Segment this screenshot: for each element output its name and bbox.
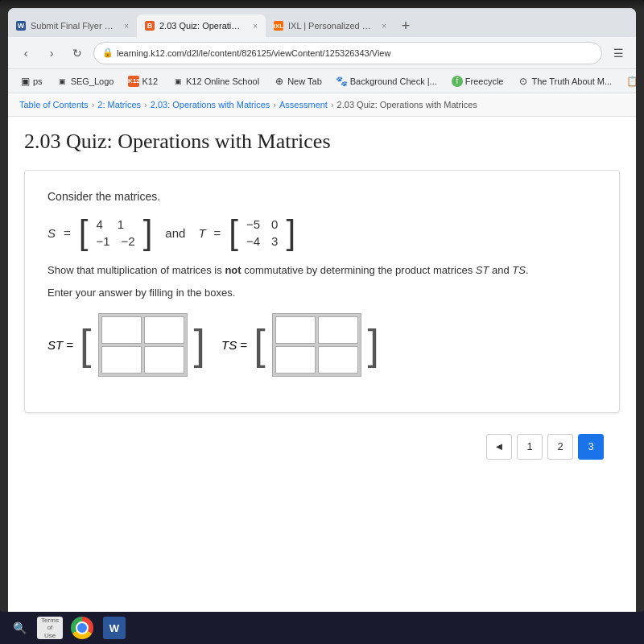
lock-icon: 🔒 [102, 47, 114, 58]
tab-quiz-close[interactable]: × [253, 22, 258, 31]
breadcrumb-sep1: › [92, 100, 95, 109]
bookmark-freecycle-icon: f [452, 76, 463, 87]
tab-ixl[interactable]: IXL IXL | Personalized skill recommen...… [266, 14, 394, 37]
matrix-t-row1: −5 0 [246, 217, 278, 231]
breadcrumb-current: 2.03 Quiz: Operations with Matrices [337, 100, 477, 109]
ts-input-r2c2[interactable] [318, 346, 358, 374]
ts-label: TS = [221, 338, 247, 352]
ts-right-bracket: ] [368, 324, 379, 365]
bookmark-k12-short-icon: K12 [128, 76, 139, 87]
breadcrumb-assessment[interactable]: Assessment [279, 100, 328, 109]
bookmark-truth-icon: ⊙ [518, 76, 529, 87]
ts-input-r1c1[interactable] [275, 316, 316, 344]
taskbar: 🔍 TermsofUse W [0, 612, 644, 644]
bookmark-newtab[interactable]: ⊕ New Tab [269, 74, 327, 89]
bookmark-freecycle-label: Freecycle [465, 76, 504, 86]
matrix-t-row2: −4 3 [246, 234, 278, 248]
matrix-s-r2c1: −1 [96, 234, 109, 248]
bookmark-truth[interactable]: ⊙ The Truth About M... [513, 74, 617, 89]
matrix-s-values: 4 1 −1 −2 [96, 217, 134, 248]
tab-bar: W Submit Final Flyer - Microsoft O... × … [8, 8, 636, 37]
bookmark-freecycle[interactable]: f Freecycle [447, 74, 509, 89]
ts-input-r1c2[interactable] [318, 316, 358, 344]
matrix-s-r2c2: −2 [122, 234, 135, 248]
bookmark-seg-icon: ▣ [57, 76, 68, 87]
answer-row: ST = [ ] TS = [ [47, 313, 597, 377]
page-1-button[interactable]: 1 [517, 434, 543, 460]
st-label-text: ST [476, 264, 489, 276]
content-area: Table of Contents › 2: Matrices › 2.03: … [8, 93, 636, 612]
consider-text: Consider the matrices. [47, 190, 597, 203]
matrix-s-var: S [47, 226, 56, 240]
page-title: 2.03 Quiz: Operations with Matrices [24, 130, 620, 154]
st-input-r2c1[interactable] [101, 346, 142, 374]
bookmark-k12-online-label: K12 Online School [186, 76, 259, 86]
bookmark-driving-icon: 📋 [626, 76, 636, 87]
ts-left-bracket: [ [254, 324, 265, 365]
ts-input-r2c1[interactable] [275, 346, 316, 374]
matrix-s-left-bracket: [ [79, 216, 89, 250]
breadcrumb-toc[interactable]: Table of Contents [19, 100, 89, 109]
page-2-button[interactable]: 2 [547, 434, 573, 460]
url-text: learning.k12.com/d2l/le/content/826125/v… [117, 48, 390, 58]
taskbar-terms-button[interactable]: TermsofUse [37, 617, 63, 639]
url-bar[interactable]: 🔒 learning.k12.com/d2l/le/content/826125… [93, 42, 602, 64]
tab-word[interactable]: W Submit Final Flyer - Microsoft O... × [8, 14, 137, 37]
matrix-t-left-bracket: [ [229, 216, 238, 250]
st-input-r2c2[interactable] [144, 346, 184, 374]
bookmark-bgcheck[interactable]: 🐾 Background Check |... [332, 74, 442, 89]
forward-button[interactable]: › [42, 43, 61, 63]
st-matrix-group: ST = [ ] [47, 313, 205, 377]
page-3-button[interactable]: 3 [578, 434, 604, 460]
matrix-s-r1c2: 1 [118, 217, 124, 231]
ts-matrix-group: TS = [ ] [221, 313, 379, 377]
tab-word-label: Submit Final Flyer - Microsoft O... [31, 21, 116, 31]
bookmark-k12-online[interactable]: ▣ K12 Online School [167, 74, 264, 89]
taskbar-chrome-button[interactable] [69, 615, 95, 641]
matrix-t-var: T [198, 226, 205, 240]
st-input-r1c1[interactable] [101, 316, 142, 344]
prev-page-button[interactable]: ◄ [486, 434, 512, 460]
enter-answer-text: Enter your answer by filling in the boxe… [47, 287, 597, 299]
breadcrumb-matrices[interactable]: 2: Matrices [97, 100, 141, 109]
bookmark-driving[interactable]: 📋 Driving test [621, 74, 636, 89]
bookmark-newtab-icon: ⊕ [274, 76, 285, 87]
matrix-t-r2c1: −4 [246, 234, 260, 248]
bookmark-seg-label: SEG_Logo [71, 76, 114, 86]
address-bar: ‹ › ↻ 🔒 learning.k12.com/d2l/le/content/… [8, 37, 636, 69]
matrix-display: S = [ 4 1 −1 −2 ] [47, 216, 597, 250]
browser-window: W Submit Final Flyer - Microsoft O... × … [8, 8, 636, 612]
back-button[interactable]: ‹ [16, 43, 35, 63]
st-grid [98, 313, 188, 377]
breadcrumb-sep4: › [331, 100, 334, 109]
st-label: ST = [47, 338, 73, 352]
instructions-not: not [225, 264, 241, 276]
matrix-s-right-bracket: ] [143, 216, 153, 250]
taskbar-word-button[interactable]: W [101, 615, 127, 641]
profile-button[interactable]: ☰ [609, 43, 628, 63]
tab-ixl-label: IXL | Personalized skill recommen... [288, 21, 374, 31]
pagination: ◄ 1 2 3 [24, 426, 620, 468]
tab-ixl-close[interactable]: × [382, 22, 386, 31]
ts-grid [272, 313, 361, 377]
bookmark-k12-short[interactable]: K12 K12 [123, 74, 163, 89]
matrix-t-values: −5 0 −4 3 [246, 217, 278, 248]
bookmark-seg[interactable]: ▣ SEG_Logo [52, 74, 119, 89]
refresh-button[interactable]: ↻ [68, 43, 87, 63]
tab-word-close[interactable]: × [124, 22, 129, 31]
matrix-s-r1c1: 4 [96, 217, 102, 231]
st-right-bracket: ] [194, 324, 205, 365]
taskbar-search-icon[interactable]: 🔍 [8, 617, 31, 639]
matrix-s-row2: −1 −2 [96, 234, 134, 248]
bookmark-k12-online-icon: ▣ [172, 76, 184, 87]
breadcrumb-sep3: › [273, 100, 276, 109]
st-input-r1c2[interactable] [144, 316, 184, 344]
tab-quiz[interactable]: B 2.03 Quiz: Operations with Matr... × [137, 14, 266, 37]
bookmark-ps[interactable]: ▣ ps [14, 74, 47, 89]
new-tab-button[interactable]: + [394, 14, 417, 37]
page-content: 2.03 Quiz: Operations with Matrices Cons… [8, 117, 636, 481]
bookmarks-bar: ▣ ps ▣ SEG_Logo K12 K12 ▣ K12 Online Sch… [8, 69, 636, 93]
breadcrumb-ops[interactable]: 2.03: Operations with Matrices [151, 100, 270, 109]
bookmark-ps-icon: ▣ [19, 76, 31, 87]
bookmark-bgcheck-label: Background Check |... [350, 76, 437, 86]
